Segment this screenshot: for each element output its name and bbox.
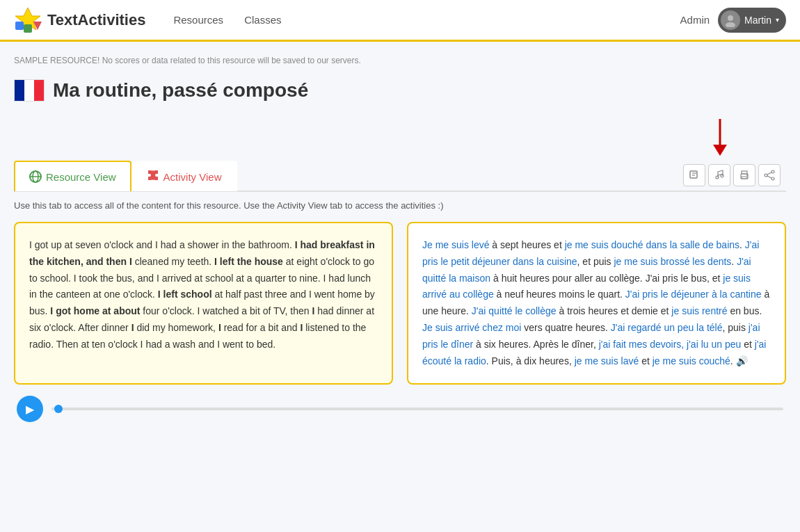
tab-hint: Use this tab to access all of the conten… bbox=[14, 192, 786, 222]
tab-activity-label: Activity View bbox=[163, 171, 222, 183]
nav-classes[interactable]: Classes bbox=[244, 14, 281, 26]
svg-point-21 bbox=[746, 175, 748, 176]
flag-white bbox=[24, 80, 34, 101]
svg-rect-20 bbox=[742, 177, 747, 179]
tab-resource-view[interactable]: Resource View bbox=[14, 161, 131, 191]
content-box-french: Je me suis levé à sept heures et je me s… bbox=[407, 222, 786, 385]
logo-text: TextActivities bbox=[47, 11, 145, 29]
puzzle-icon bbox=[147, 169, 159, 184]
svg-rect-19 bbox=[742, 171, 747, 174]
share-button[interactable] bbox=[758, 164, 781, 186]
music-button[interactable] bbox=[708, 164, 730, 186]
user-avatar bbox=[721, 10, 740, 30]
svg-line-25 bbox=[767, 172, 771, 175]
logo-area[interactable]: TextActivities bbox=[14, 6, 145, 34]
user-name: Martin bbox=[744, 15, 771, 26]
svg-rect-3 bbox=[24, 24, 32, 33]
french-flag bbox=[14, 79, 45, 102]
svg-rect-11 bbox=[690, 171, 697, 178]
svg-point-4 bbox=[728, 15, 733, 21]
tab-activity-view[interactable]: Activity View bbox=[131, 161, 237, 191]
svg-marker-7 bbox=[713, 145, 727, 156]
flag-red bbox=[34, 80, 44, 101]
resource-title: Ma routine, passé composé bbox=[53, 79, 308, 102]
audio-progress-bar[interactable] bbox=[51, 408, 783, 410]
tab-actions bbox=[678, 160, 786, 191]
admin-link[interactable]: Admin bbox=[680, 14, 710, 26]
svg-rect-1 bbox=[15, 22, 24, 30]
main-content: SAMPLE RESOURCE! No scores or data relat… bbox=[0, 42, 800, 442]
svg-line-26 bbox=[767, 176, 771, 178]
french-text: Je me suis levé à sept heures et je me s… bbox=[422, 239, 769, 366]
content-columns: I got up at seven o'clock and I had a sh… bbox=[14, 222, 786, 385]
logo-icon bbox=[14, 6, 42, 34]
user-icon bbox=[723, 13, 737, 27]
svg-point-24 bbox=[771, 177, 774, 180]
tab-resource-label: Resource View bbox=[46, 171, 116, 183]
audio-bar: ▶ bbox=[14, 385, 786, 428]
globe-icon bbox=[29, 170, 42, 183]
print-button[interactable] bbox=[733, 164, 755, 186]
arrow-hint bbox=[14, 115, 786, 157]
english-text: I got up at seven o'clock and I had a sh… bbox=[29, 239, 375, 350]
tabs-container: Resource View Activity View bbox=[14, 160, 786, 192]
audio-progress-dot bbox=[54, 405, 63, 413]
user-menu[interactable]: Martin ▾ bbox=[718, 8, 786, 33]
edit-button[interactable] bbox=[683, 164, 705, 186]
svg-point-22 bbox=[765, 174, 767, 177]
svg-point-23 bbox=[771, 170, 774, 173]
audio-play-button[interactable]: ▶ bbox=[17, 396, 43, 422]
user-dropdown-arrow: ▾ bbox=[776, 16, 779, 24]
header-right: Admin Martin ▾ bbox=[680, 8, 786, 33]
flag-blue bbox=[15, 80, 24, 101]
play-icon: ▶ bbox=[26, 403, 34, 416]
svg-point-5 bbox=[726, 22, 735, 27]
resource-title-area: Ma routine, passé composé bbox=[14, 79, 786, 102]
main-nav: Resources Classes bbox=[173, 14, 680, 26]
sample-notice: SAMPLE RESOURCE! No scores or data relat… bbox=[14, 56, 786, 65]
red-arrow-icon bbox=[703, 115, 737, 157]
header: TextActivities Resources Classes Admin M… bbox=[0, 0, 800, 42]
nav-resources[interactable]: Resources bbox=[173, 14, 223, 26]
content-box-english: I got up at seven o'clock and I had a sh… bbox=[14, 222, 393, 385]
tabs-left: Resource View Activity View bbox=[14, 161, 678, 190]
